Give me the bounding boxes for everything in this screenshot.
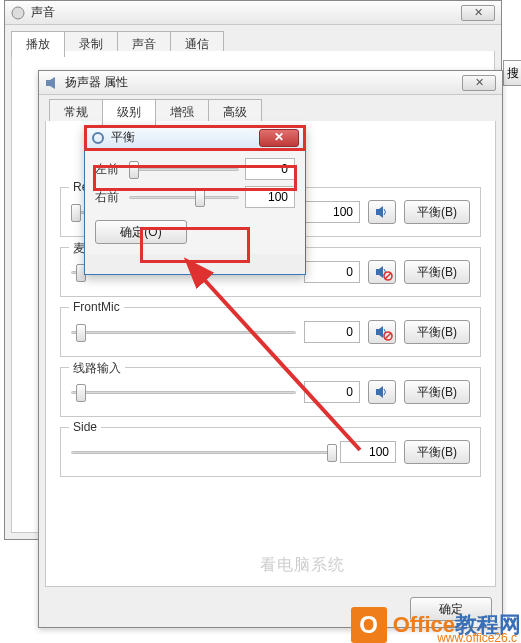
balance-slider[interactable] xyxy=(129,188,239,206)
svg-line-12 xyxy=(385,333,391,339)
svg-point-0 xyxy=(12,7,24,19)
prop-close-button[interactable]: ✕ xyxy=(462,75,496,91)
search-button-stub[interactable]: 搜 xyxy=(503,60,521,86)
balance-value[interactable]: 0 xyxy=(245,158,295,180)
speaker-app-icon xyxy=(11,6,25,20)
balance-button[interactable]: 平衡(B) xyxy=(404,320,470,344)
tab-levels[interactable]: 级别 xyxy=(102,99,156,125)
mute-button[interactable] xyxy=(368,200,396,224)
level-group: Side100平衡(B) xyxy=(60,427,481,477)
level-row: 0平衡(B) xyxy=(71,320,470,344)
balance-close-button[interactable]: ✕ xyxy=(259,129,299,147)
group-title: 线路输入 xyxy=(69,360,125,377)
mute-button[interactable] xyxy=(368,260,396,284)
tab-playback[interactable]: 播放 xyxy=(11,31,65,57)
level-slider[interactable] xyxy=(71,383,296,401)
balance-button[interactable]: 平衡(B) xyxy=(404,380,470,404)
balance-icon xyxy=(91,131,105,145)
svg-rect-13 xyxy=(376,389,379,395)
mute-button[interactable] xyxy=(368,380,396,404)
speaker-icon xyxy=(45,76,59,90)
svg-rect-9 xyxy=(376,329,379,335)
balance-row: 右前100 xyxy=(95,186,295,208)
balance-button[interactable]: 平衡(B) xyxy=(404,440,470,464)
level-group: FrontMic0平衡(B) xyxy=(60,307,481,357)
prop-title: 扬声器 属性 xyxy=(65,74,456,91)
group-title: FrontMic xyxy=(69,300,124,314)
level-slider[interactable] xyxy=(71,443,332,461)
balance-row: 左前0 xyxy=(95,158,295,180)
balance-button[interactable]: 平衡(B) xyxy=(404,200,470,224)
level-value[interactable]: 100 xyxy=(340,441,396,463)
balance-dialog: 平衡 ✕ 左前0右前100确定(O) xyxy=(84,125,306,275)
balance-ok-button[interactable]: 确定(O) xyxy=(95,220,187,244)
svg-rect-3 xyxy=(376,209,379,215)
balance-label: 右前 xyxy=(95,189,123,206)
svg-marker-4 xyxy=(379,206,383,218)
balance-value[interactable]: 100 xyxy=(245,186,295,208)
balance-body: 左前0右前100确定(O) xyxy=(85,150,305,254)
level-row: 0平衡(B) xyxy=(71,380,470,404)
level-value[interactable]: 100 xyxy=(304,201,360,223)
level-value[interactable]: 0 xyxy=(304,261,360,283)
balance-title: 平衡 xyxy=(111,129,253,146)
svg-rect-5 xyxy=(376,269,379,275)
svg-point-15 xyxy=(93,133,103,143)
balance-titlebar: 平衡 ✕ xyxy=(85,126,305,150)
balance-slider[interactable] xyxy=(129,160,239,178)
prop-titlebar: 扬声器 属性 ✕ xyxy=(39,71,502,95)
level-row: 100平衡(B) xyxy=(71,440,470,464)
watermark-faded: 看电脑系统 xyxy=(260,555,345,576)
balance-footer: 确定(O) xyxy=(95,214,295,246)
level-value[interactable]: 0 xyxy=(304,381,360,403)
svg-rect-1 xyxy=(46,80,50,86)
svg-marker-14 xyxy=(379,386,383,398)
level-slider[interactable] xyxy=(71,323,296,341)
level-group: 线路输入0平衡(B) xyxy=(60,367,481,417)
mute-button[interactable] xyxy=(368,320,396,344)
sound-close-button[interactable]: ✕ xyxy=(461,5,495,21)
balance-label: 左前 xyxy=(95,161,123,178)
level-value[interactable]: 0 xyxy=(304,321,360,343)
svg-marker-2 xyxy=(50,77,55,89)
svg-line-8 xyxy=(385,273,391,279)
watermark-logo-icon: O xyxy=(351,607,387,643)
watermark: O Office教程网 www.office26.c xyxy=(351,607,521,643)
watermark-url: www.office26.c xyxy=(437,631,517,643)
balance-button[interactable]: 平衡(B) xyxy=(404,260,470,284)
group-title: Side xyxy=(69,420,101,434)
sound-titlebar: 声音 ✕ xyxy=(5,1,501,25)
sound-title: 声音 xyxy=(31,4,455,21)
